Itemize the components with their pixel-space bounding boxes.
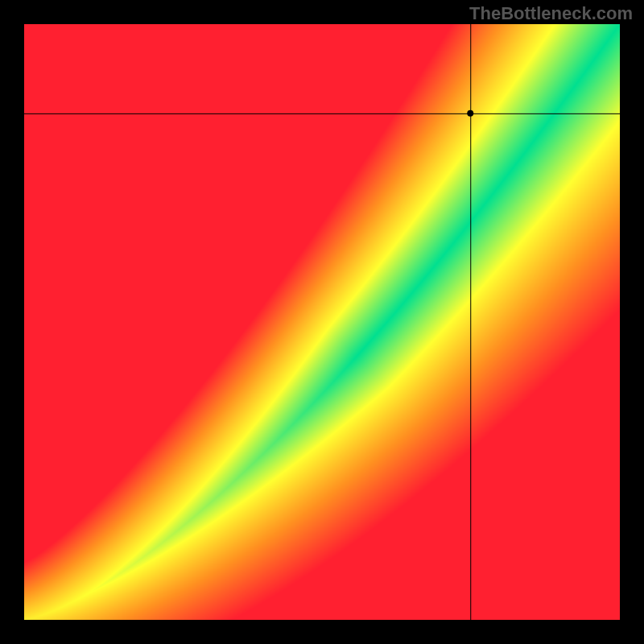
watermark-text: TheBottleneck.com xyxy=(469,3,633,24)
heatmap-canvas xyxy=(24,24,620,620)
heatmap-chart xyxy=(24,24,620,620)
